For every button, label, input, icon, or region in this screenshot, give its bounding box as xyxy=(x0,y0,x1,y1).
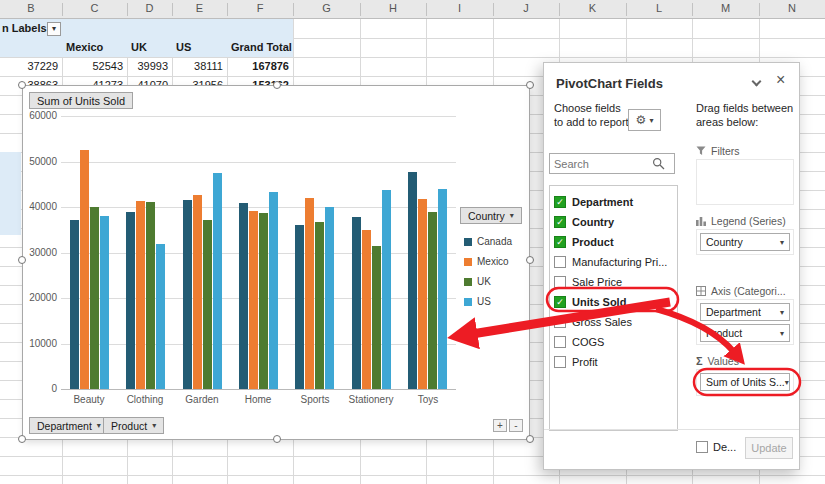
values-area-label: Σ Values xyxy=(696,355,739,367)
axis-field-button-department[interactable]: Department▾ xyxy=(29,417,109,434)
chevron-down-icon: ▾ xyxy=(510,211,514,220)
selection-handle[interactable] xyxy=(526,81,534,89)
column-labels-filter-button[interactable]: ▾ xyxy=(47,22,61,36)
legend-field-button[interactable]: Country▾ xyxy=(460,207,522,224)
chevron-down-icon[interactable] xyxy=(749,77,763,91)
field-item-product[interactable]: ✓Product xyxy=(550,232,677,252)
pivot-col-header-uk: UK xyxy=(131,38,147,57)
legend-series-area[interactable]: Country▾ xyxy=(696,229,794,255)
area-item-product[interactable]: Product▾ xyxy=(700,324,790,342)
selection-handle[interactable] xyxy=(18,81,26,89)
area-item-label: Country xyxy=(706,236,743,248)
checkbox-country[interactable]: ✓ xyxy=(554,216,566,228)
chevron-down-icon: ▾ xyxy=(780,329,784,338)
area-item-department[interactable]: Department▾ xyxy=(700,303,790,321)
search-box[interactable] xyxy=(549,153,675,174)
field-item-units-sold[interactable]: ✓Units Sold xyxy=(550,292,677,312)
pivot-value-cell: 38111 xyxy=(161,57,223,76)
fields-options-button[interactable]: ⚙▾ xyxy=(628,109,661,131)
chevron-down-icon: ▾ xyxy=(785,378,789,387)
chevron-down-icon: ▾ xyxy=(649,116,653,125)
field-item-country[interactable]: ✓Country xyxy=(550,212,677,232)
chart-legend: Country▾CanadaMexicoUKUS xyxy=(23,86,529,439)
chevron-down-icon: ▾ xyxy=(780,238,784,247)
checkbox-manufacturing-pri[interactable] xyxy=(554,256,566,268)
legend-label: UK xyxy=(477,276,491,287)
value-field-button[interactable]: Sum of Units Sold xyxy=(29,92,133,109)
field-label: Country xyxy=(572,216,614,228)
checkbox-sale-price[interactable] xyxy=(554,276,566,288)
selection-handle[interactable] xyxy=(526,256,534,264)
legend-field-label: Country xyxy=(468,210,505,222)
legend-item-canada: Canada xyxy=(464,236,512,247)
checkbox-units-sold[interactable]: ✓ xyxy=(554,296,566,308)
checkbox-cogs[interactable] xyxy=(554,336,566,348)
axis-area-label: Axis (Categori... xyxy=(696,285,786,297)
field-item-department[interactable]: ✓Department xyxy=(550,192,677,212)
pivot-value-cell: 37229 xyxy=(0,57,58,76)
area-item-country[interactable]: Country▾ xyxy=(700,233,790,251)
expand-button[interactable]: + xyxy=(493,419,507,432)
selection-handle[interactable] xyxy=(526,435,534,443)
area-item-label: Product xyxy=(706,327,742,339)
field-label: Gross Sales xyxy=(572,316,632,328)
field-item-cogs[interactable]: COGS xyxy=(550,332,677,352)
excel-worksheet: BCDEFGHIJKLMN n Labels▾MexicoUKUSGrand T… xyxy=(0,0,825,484)
axis-field-button-product[interactable]: Product▾ xyxy=(103,417,164,434)
axis-icon xyxy=(696,286,706,296)
checkbox-gross-sales[interactable] xyxy=(554,316,566,328)
legend-swatch-uk xyxy=(464,278,472,286)
pivot-col-header-us: US xyxy=(176,38,191,57)
legend-label: US xyxy=(477,296,491,307)
selection-handle[interactable] xyxy=(18,256,26,264)
area-item-sum-of-units-s[interactable]: Sum of Units S...▾ xyxy=(700,373,790,391)
axis-categories-area[interactable]: Department▾Product▾ xyxy=(696,299,794,345)
close-icon[interactable]: × xyxy=(776,71,785,89)
search-icon xyxy=(652,157,665,170)
field-item-sale-price[interactable]: Sale Price xyxy=(550,272,677,292)
collapse-button[interactable]: - xyxy=(509,419,523,432)
pivot-col-header-mexico: Mexico xyxy=(66,38,103,57)
legend-item-us: US xyxy=(464,296,491,307)
legend-item-mexico: Mexico xyxy=(464,256,509,267)
drag-instruction: Drag fields between areas below: xyxy=(696,101,796,129)
field-label: COGS xyxy=(572,336,604,348)
axis-field-label: Department xyxy=(37,420,92,432)
values-area[interactable]: Sum of Units S...▾ xyxy=(696,369,794,396)
field-label: Sale Price xyxy=(572,276,622,288)
filter-icon xyxy=(696,146,706,156)
selection-handle[interactable] xyxy=(273,81,281,89)
chevron-down-icon: ▾ xyxy=(780,308,784,317)
checkbox-profit[interactable] xyxy=(554,356,566,368)
legend-swatch-canada xyxy=(464,238,472,246)
field-list: ✓Department✓Country✓ProductManufacturing… xyxy=(549,185,678,431)
checkbox-department[interactable]: ✓ xyxy=(554,196,566,208)
gear-icon: ⚙ xyxy=(636,113,647,127)
checkbox-product[interactable]: ✓ xyxy=(554,236,566,248)
legend-label: Canada xyxy=(477,236,512,247)
checkbox-defer[interactable] xyxy=(696,441,708,453)
axis-field-label: Product xyxy=(111,420,147,432)
field-label: Profit xyxy=(572,356,598,368)
legend-swatch-us xyxy=(464,298,472,306)
sigma-icon: Σ xyxy=(696,355,703,367)
update-button[interactable]: Update xyxy=(745,437,793,459)
legend-label: Mexico xyxy=(477,256,509,267)
field-label: Units Sold xyxy=(572,296,626,308)
chevron-down-icon: ▾ xyxy=(152,421,156,430)
filters-area[interactable] xyxy=(696,159,794,205)
selection-handle[interactable] xyxy=(18,435,26,443)
search-input[interactable] xyxy=(550,158,652,170)
legend-swatch-mexico xyxy=(464,258,472,266)
pivot-value-cell: 167876 xyxy=(227,57,289,76)
defer-layout-checkbox[interactable]: De... xyxy=(696,441,736,453)
selection-handle[interactable] xyxy=(273,435,281,443)
field-item-profit[interactable]: Profit xyxy=(550,352,677,372)
pivot-col-header-grand-total: Grand Total xyxy=(231,38,292,57)
field-item-manufacturing-pri[interactable]: Manufacturing Pri... xyxy=(550,252,677,272)
area-item-label: Sum of Units S... xyxy=(706,376,785,388)
field-item-gross-sales[interactable]: Gross Sales xyxy=(550,312,677,332)
columns-icon xyxy=(696,216,706,226)
pivot-chart-window[interactable]: 0100002000030000400005000060000BeautyClo… xyxy=(22,85,530,440)
filters-area-label: Filters xyxy=(696,145,740,157)
